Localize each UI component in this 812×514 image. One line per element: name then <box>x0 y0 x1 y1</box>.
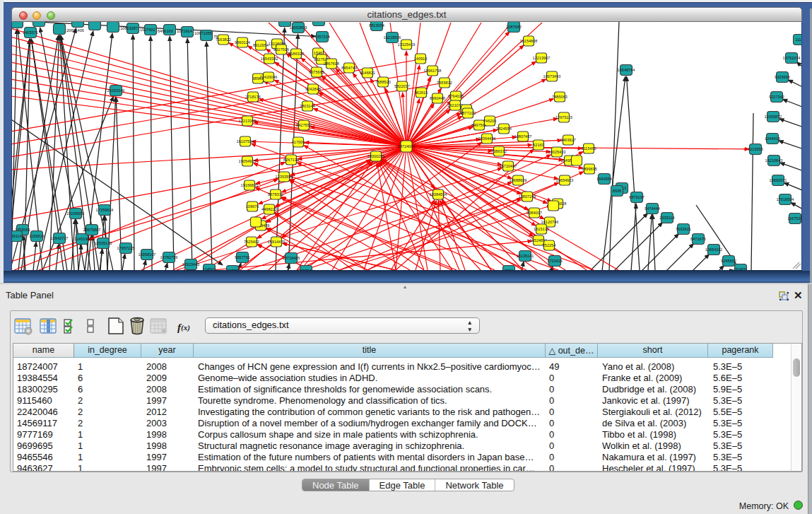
svg-text:9960124: 9960124 <box>235 40 250 45</box>
svg-text:9242848: 9242848 <box>305 87 321 91</box>
svg-text:17957225: 17957225 <box>117 246 135 250</box>
svg-text:417006: 417006 <box>292 140 305 144</box>
svg-text:12353594: 12353594 <box>276 175 293 179</box>
svg-text:15136141: 15136141 <box>517 254 534 258</box>
svg-text:19166825: 19166825 <box>241 183 259 187</box>
svg-text:12213369: 12213369 <box>239 119 257 123</box>
svg-text:1112: 1112 <box>795 37 801 42</box>
svg-text:16154808: 16154808 <box>520 39 538 43</box>
svg-text:1156819: 1156819 <box>29 234 44 238</box>
svg-text:8471676: 8471676 <box>690 237 706 241</box>
svg-text:1244419: 1244419 <box>765 136 780 141</box>
svg-text:7485063: 7485063 <box>552 95 567 99</box>
svg-text:1071914: 1071914 <box>177 29 192 33</box>
svg-text:109676: 109676 <box>246 204 259 209</box>
svg-text:8912954: 8912954 <box>253 43 269 47</box>
svg-text:7632621: 7632621 <box>676 227 691 231</box>
svg-text:3084007: 3084007 <box>526 211 542 215</box>
svg-text:19054925: 19054925 <box>239 159 257 163</box>
svg-text:4498222: 4498222 <box>261 207 277 211</box>
svg-text:16914479: 16914479 <box>268 240 286 244</box>
svg-text:12213967: 12213967 <box>533 56 551 60</box>
svg-text:6794028: 6794028 <box>448 94 464 98</box>
svg-text:22420046: 22420046 <box>260 75 278 79</box>
svg-text:19384554: 19384554 <box>430 192 447 197</box>
svg-text:1640954: 1640954 <box>596 177 612 181</box>
svg-text:9115460: 9115460 <box>581 146 596 151</box>
svg-text:8678332: 8678332 <box>268 192 283 197</box>
svg-text:16548784: 16548784 <box>618 68 635 72</box>
svg-text:7357224: 7357224 <box>314 35 330 39</box>
svg-text:12942737: 12942737 <box>51 236 69 240</box>
svg-text:746206: 746206 <box>483 119 497 123</box>
svg-text:8267130: 8267130 <box>283 158 299 162</box>
svg-text:8427552: 8427552 <box>296 123 312 127</box>
svg-text:10958107: 10958107 <box>139 252 156 257</box>
svg-text:17359924: 17359924 <box>96 208 114 212</box>
svg-text:1145194: 1145194 <box>74 237 89 241</box>
svg-text:962615: 962615 <box>415 90 428 95</box>
svg-text:9227342: 9227342 <box>769 95 784 99</box>
svg-text:16210643: 16210643 <box>765 158 783 163</box>
svg-text:3215955: 3215955 <box>748 147 763 151</box>
svg-text:8186328: 8186328 <box>288 52 304 56</box>
svg-text:10654112: 10654112 <box>705 247 722 252</box>
svg-text:9474444: 9474444 <box>645 206 660 211</box>
svg-text:19654923: 19654923 <box>556 178 574 182</box>
svg-text:12093872: 12093872 <box>765 115 782 119</box>
svg-text:9463627: 9463627 <box>560 138 576 142</box>
svg-text:15692971: 15692971 <box>770 178 787 182</box>
svg-text:1167533: 1167533 <box>787 216 801 221</box>
svg-text:10223: 10223 <box>227 269 238 271</box>
svg-text:9657791: 9657791 <box>235 255 250 259</box>
svg-text:10688609: 10688609 <box>510 178 527 182</box>
svg-text:16053809: 16053809 <box>290 25 307 30</box>
svg-text:9329966: 9329966 <box>775 75 790 79</box>
svg-text:252254: 252254 <box>543 243 556 247</box>
svg-text:23975887: 23975887 <box>83 228 101 232</box>
svg-text:9327506: 9327506 <box>273 47 289 52</box>
svg-text:9877103: 9877103 <box>460 111 476 115</box>
svg-text:7163822: 7163822 <box>216 37 231 42</box>
svg-text:12975115: 12975115 <box>555 115 572 119</box>
svg-text:6466160: 6466160 <box>158 29 173 33</box>
svg-text:1405571: 1405571 <box>23 30 38 35</box>
svg-text:1733426: 1733426 <box>547 259 563 263</box>
svg-text:13325419: 13325419 <box>398 42 416 47</box>
svg-text:2867608: 2867608 <box>324 62 339 66</box>
svg-text:9375685: 9375685 <box>309 70 324 74</box>
svg-text:6899695: 6899695 <box>582 167 597 171</box>
svg-text:20364436: 20364436 <box>478 136 496 141</box>
svg-text:62160: 62160 <box>533 143 544 147</box>
svg-text:39114: 39114 <box>12 234 22 238</box>
svg-text:10807487: 10807487 <box>514 134 532 139</box>
svg-text:8574: 8574 <box>505 269 513 271</box>
svg-text:(x): (x) <box>181 323 190 332</box>
svg-text:6879197: 6879197 <box>629 195 645 199</box>
svg-text:140910: 140910 <box>414 57 428 61</box>
svg-text:1621072: 1621072 <box>447 103 463 107</box>
svg-text:7625402: 7625402 <box>244 240 259 244</box>
svg-text:5822037: 5822037 <box>394 84 410 88</box>
svg-text:15720407: 15720407 <box>500 164 517 168</box>
svg-text:95324: 95324 <box>300 269 312 271</box>
svg-text:8990448: 8990448 <box>430 96 445 100</box>
svg-text:8454749: 8454749 <box>341 66 357 70</box>
svg-text:16782759: 16782759 <box>160 255 178 259</box>
svg-text:20206556: 20206556 <box>67 211 85 216</box>
svg-text:21053346: 21053346 <box>107 88 125 93</box>
svg-text:10025433: 10025433 <box>548 150 566 154</box>
svg-text:10961758: 10961758 <box>424 69 442 73</box>
svg-text:19218506: 19218506 <box>384 35 401 40</box>
svg-text:16120746: 16120746 <box>541 220 559 224</box>
svg-text:15751074: 15751074 <box>783 56 801 60</box>
svg-text:8938: 8938 <box>613 189 621 193</box>
svg-text:18724007: 18724007 <box>398 144 416 148</box>
svg-text:10973493: 10973493 <box>543 74 561 78</box>
svg-text:92456: 92456 <box>735 267 746 271</box>
svg-text:7588520: 7588520 <box>375 80 391 84</box>
svg-text:8813054: 8813054 <box>369 23 384 28</box>
svg-text:2935114: 2935114 <box>659 216 674 220</box>
svg-text:1527602: 1527602 <box>140 28 155 32</box>
svg-text:2087682: 2087682 <box>506 25 522 29</box>
